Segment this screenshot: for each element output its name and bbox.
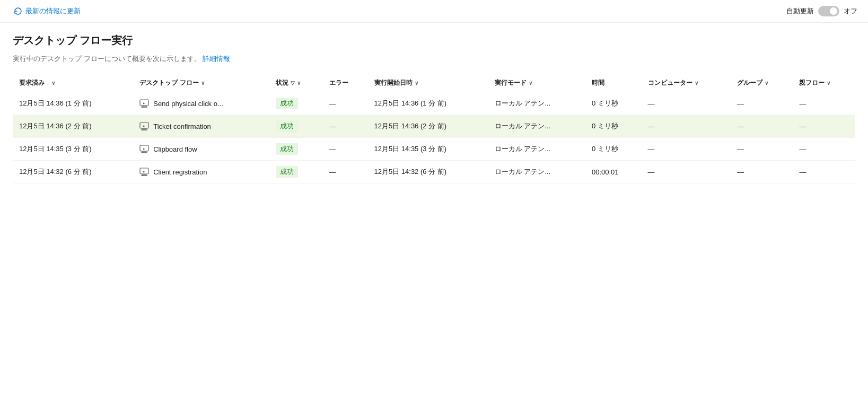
- error-value: —: [329, 145, 336, 153]
- time-cell: 0 ミリ秒: [585, 92, 642, 115]
- run-mode-value: ローカル アテン...: [495, 122, 550, 130]
- time-value: 0 ミリ秒: [592, 145, 618, 153]
- filter-chevron-requested: ∨: [51, 80, 55, 86]
- filter-chevron-start-time: ∨: [415, 80, 418, 86]
- auto-refresh-control: 自動更新 オフ: [786, 6, 857, 16]
- run-mode-value: ローカル アテン...: [495, 99, 550, 107]
- start-time-value: 12月5日 14:32 (6 分 前): [374, 168, 447, 176]
- start-time-cell: 12月5日 14:36 (1 分 前): [368, 92, 488, 115]
- time-cell: 0 ミリ秒: [585, 115, 642, 138]
- col-requested[interactable]: 要求済み ↓ ∨: [13, 74, 133, 92]
- computer-cell: —: [642, 115, 731, 138]
- desktop-flow-icon: [139, 99, 149, 108]
- error-value: —: [329, 100, 336, 108]
- parent-flow-cell: —: [793, 115, 855, 138]
- status-cell: 成功: [269, 115, 322, 138]
- col-status[interactable]: 状況 ▽ ∨: [269, 74, 322, 92]
- start-time-cell: 12月5日 14:36 (2 分 前): [368, 115, 488, 138]
- desktop-flow-icon: [139, 121, 149, 131]
- svg-rect-0: [140, 100, 148, 106]
- group-value: —: [737, 100, 744, 108]
- auto-refresh-toggle[interactable]: [818, 6, 839, 16]
- time-value: 0 ミリ秒: [592, 122, 618, 130]
- group-cell: —: [731, 115, 793, 138]
- run-mode-value: ローカル アテン...: [495, 145, 550, 153]
- flow-name: Clipboard flow: [153, 145, 197, 153]
- flow-cell: Ticket confirmation: [133, 115, 269, 138]
- start-time-cell: 12月5日 14:32 (6 分 前): [368, 161, 488, 183]
- error-cell: —: [323, 115, 368, 138]
- flow-cell: Client registration: [133, 161, 269, 183]
- error-cell: —: [323, 92, 368, 115]
- status-cell: 成功: [269, 92, 322, 115]
- error-cell: —: [323, 161, 368, 183]
- col-parent-flow[interactable]: 親フロー ∨: [793, 74, 855, 92]
- flow-name: Ticket confirmation: [153, 122, 211, 130]
- table-row[interactable]: 12月5日 14:36 (1 分 前) Send physical click …: [13, 92, 855, 115]
- computer-cell: —: [642, 161, 731, 183]
- col-flow[interactable]: デスクトップ フロー ∨: [133, 74, 269, 92]
- table-row[interactable]: 12月5日 14:36 (2 分 前) Ticket confirmation成…: [13, 115, 855, 138]
- refresh-icon: [14, 7, 22, 15]
- flow-name: Client registration: [153, 168, 207, 176]
- runs-table: 要求済み ↓ ∨ デスクトップ フロー ∨ 状況 ▽ ∨: [13, 74, 855, 183]
- error-cell: —: [323, 138, 368, 161]
- run-mode-cell: ローカル アテン...: [488, 92, 585, 115]
- refresh-button[interactable]: 最新の情報に更新: [11, 4, 84, 18]
- computer-value: —: [648, 122, 655, 130]
- time-value: 00:00:01: [592, 168, 619, 176]
- computer-cell: —: [642, 92, 731, 115]
- run-mode-cell: ローカル アテン...: [488, 138, 585, 161]
- sort-desc-icon: ↓: [47, 80, 49, 86]
- group-value: —: [737, 168, 744, 176]
- filter-icon-status: ▽: [291, 80, 295, 86]
- table-row[interactable]: 12月5日 14:35 (3 分 前) Clipboard flow成功—12月…: [13, 138, 855, 161]
- requested-value: 12月5日 14:35 (3 分 前): [19, 145, 92, 153]
- table-row[interactable]: 12月5日 14:32 (6 分 前) Client registration成…: [13, 161, 855, 183]
- start-time-value: 12月5日 14:35 (3 分 前): [374, 145, 447, 153]
- computer-value: —: [648, 145, 655, 153]
- col-computer[interactable]: コンピューター ∨: [642, 74, 731, 92]
- col-start-time[interactable]: 実行開始日時 ∨: [368, 74, 488, 92]
- time-cell: 0 ミリ秒: [585, 138, 642, 161]
- run-mode-cell: ローカル アテン...: [488, 115, 585, 138]
- requested-cell: 12月5日 14:36 (2 分 前): [13, 115, 133, 138]
- computer-value: —: [648, 100, 655, 108]
- svg-rect-9: [140, 168, 148, 174]
- run-mode-value: ローカル アテン...: [495, 168, 550, 176]
- group-cell: —: [731, 161, 793, 183]
- top-bar: 最新の情報に更新 自動更新 オフ: [0, 0, 868, 23]
- requested-cell: 12月5日 14:32 (6 分 前): [13, 161, 133, 183]
- run-mode-cell: ローカル アテン...: [488, 161, 585, 183]
- svg-rect-3: [140, 122, 148, 128]
- status-badge: 成功: [276, 120, 298, 132]
- requested-cell: 12月5日 14:35 (3 分 前): [13, 138, 133, 161]
- filter-chevron-group: ∨: [765, 80, 768, 86]
- requested-value: 12月5日 14:32 (6 分 前): [19, 168, 92, 176]
- status-cell: 成功: [269, 138, 322, 161]
- requested-value: 12月5日 14:36 (2 分 前): [19, 122, 92, 130]
- flow-cell: Send physical click o...: [133, 92, 269, 115]
- error-value: —: [329, 168, 336, 176]
- subtitle-text: 実行中のデスクトップ フローについて概要を次に示します。: [13, 55, 201, 63]
- status-badge: 成功: [276, 98, 298, 109]
- flow-cell: Clipboard flow: [133, 138, 269, 161]
- time-cell: 00:00:01: [585, 161, 642, 183]
- col-error: エラー: [323, 74, 368, 92]
- status-badge: 成功: [276, 143, 298, 155]
- group-cell: —: [731, 138, 793, 161]
- error-value: —: [329, 122, 336, 130]
- col-group[interactable]: グループ ∨: [731, 74, 793, 92]
- desktop-flow-icon: [139, 144, 149, 154]
- computer-value: —: [648, 168, 655, 176]
- details-link[interactable]: 詳細情報: [203, 55, 230, 63]
- col-run-mode[interactable]: 実行モード ∨: [488, 74, 585, 92]
- parent-flow-cell: —: [793, 138, 855, 161]
- toggle-knob: [830, 7, 837, 15]
- status-badge: 成功: [276, 166, 298, 178]
- page-content: デスクトップ フロー実行 実行中のデスクトップ フローについて概要を次に示します…: [0, 23, 868, 194]
- subtitle: 実行中のデスクトップ フローについて概要を次に示します。 詳細情報: [13, 54, 855, 64]
- group-cell: —: [731, 92, 793, 115]
- group-value: —: [737, 122, 744, 130]
- parent-flow-cell: —: [793, 92, 855, 115]
